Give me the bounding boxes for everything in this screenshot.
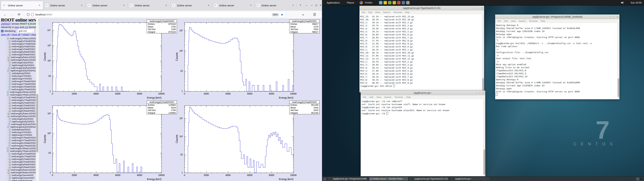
x-tick-label: 2000 — [200, 92, 212, 95]
tab-close-icon[interactable]: × — [249, 4, 252, 7]
taskbar-button[interactable]: >_npg@carme-gsi:~ — [450, 177, 490, 181]
page-info-icon[interactable] — [31, 13, 34, 16]
bookmark-star-icon[interactable]: ★ — [280, 13, 284, 16]
maximize-icon[interactable]: ▫ — [480, 92, 480, 94]
menu-help[interactable]: Help — [406, 96, 411, 98]
menu-search[interactable]: Search — [519, 20, 526, 22]
menu-edit[interactable]: Edit — [370, 96, 373, 98]
zoom-level-badge[interactable]: 90% — [272, 13, 279, 16]
menu-help[interactable]: Help — [540, 20, 545, 22]
histogram-canvas[interactable] — [53, 106, 162, 173]
terminal-window[interactable]: npg@carme-gsi:/TapeData/G22-201–▫×FileEd… — [360, 6, 484, 92]
workspace-1[interactable] — [636, 178, 639, 180]
list-all-tabs-icon[interactable]: ⌄ — [304, 3, 309, 8]
browser-tab[interactable]: Online server× — [86, 1, 128, 10]
histogram-canvas[interactable] — [185, 106, 294, 173]
plot-frame[interactable] — [184, 22, 294, 92]
workspace-switcher[interactable] — [636, 178, 643, 180]
terminal-titlebar[interactable]: npg@carme-gsi:/TapeData/G22-201–▫× — [360, 6, 484, 10]
back-button[interactable]: ← — [2, 12, 8, 17]
places-menu[interactable]: Places — [345, 0, 356, 5]
menu-help[interactable]: Help — [405, 11, 410, 14]
tab-close-icon[interactable]: × — [38, 4, 41, 7]
menu-view[interactable]: View — [375, 11, 380, 14]
volume-icon[interactable] — [621, 1, 624, 4]
x-tick-label: 10000 — [156, 92, 167, 95]
plot-frame[interactable] — [184, 106, 294, 173]
tray-icon-6[interactable] — [402, 1, 405, 4]
terminal-titlebar[interactable]: npg@carme-gsi:~/Programs/CARME_Sort/buil… — [495, 14, 619, 19]
menu-file[interactable]: File — [362, 11, 365, 14]
tab-close-icon[interactable]: × — [122, 4, 126, 7]
tray-icon-5[interactable] — [397, 1, 400, 4]
tab-close-icon[interactable]: × — [80, 4, 84, 7]
stats-value: 1553 — [314, 28, 318, 31]
taskbar-button[interactable]: >_npg@carme-gsi:/TapeData/G22-201 — [410, 177, 449, 181]
applications-menu[interactable]: Applications — [325, 0, 342, 5]
tab-close-icon[interactable]: × — [207, 4, 210, 7]
firefox-menu[interactable]: Firefox — [363, 0, 374, 5]
tray-icon-4[interactable] — [392, 1, 396, 4]
tab-close-icon[interactable]: × — [164, 4, 168, 7]
histogram-canvas[interactable] — [53, 22, 162, 91]
tray-icon-1[interactable] — [379, 1, 382, 4]
terminal-prompt-line — [496, 93, 619, 96]
forward-button[interactable]: → — [10, 12, 15, 17]
taskbar-button[interactable]: Online server — Mozilla Firefox — [369, 177, 408, 181]
plot-frame[interactable] — [52, 106, 162, 173]
close-icon[interactable]: × — [617, 16, 618, 18]
tray-icon-7[interactable] — [406, 1, 410, 4]
menu-file[interactable]: File — [363, 96, 366, 98]
tray-icon-3[interactable] — [388, 1, 392, 4]
close-icon[interactable]: × — [481, 7, 483, 9]
terminal-line: R52_8: 27.5% -- replaced with R52_8.gz — [360, 39, 484, 42]
workspace-2[interactable] — [640, 178, 643, 180]
maximize-icon[interactable]: ▫ — [478, 7, 479, 9]
menu-search[interactable]: Search — [384, 96, 392, 98]
browser-tab[interactable]: Online server× — [43, 1, 85, 10]
plot-frame[interactable] — [52, 22, 162, 92]
firefox-icon[interactable] — [360, 1, 363, 4]
menu-terminal[interactable]: Terminal — [529, 20, 538, 22]
close-icon[interactable]: × — [482, 92, 484, 94]
tray-icon-2[interactable] — [384, 1, 387, 4]
terminal-window[interactable]: npg@carme-gsi:~–▫×FileEditViewSearchTerm… — [360, 90, 485, 176]
terminal-scrollbar[interactable] — [483, 99, 485, 176]
reload-button[interactable]: ⟳ — [16, 12, 22, 17]
x-tick-label: 0 — [178, 174, 190, 176]
terminal-window[interactable]: npg@carme-gsi:~/Programs/CARME_Sort/buil… — [495, 14, 620, 100]
browser-tab[interactable]: Online server× — [254, 1, 296, 10]
browser-tab[interactable]: Online server× — [212, 1, 254, 10]
url-bar[interactable]: localhost:8085 90% ★ — [25, 12, 285, 18]
menu-terminal[interactable]: Terminal — [394, 96, 403, 98]
minimize-icon[interactable]: – — [610, 16, 611, 18]
browser-tab[interactable]: Online server× — [170, 1, 212, 10]
menu-search[interactable]: Search — [383, 11, 390, 14]
browser-tab[interactable]: Online server× — [1, 1, 43, 10]
menu-file[interactable]: File — [497, 20, 501, 22]
shield-icon[interactable] — [27, 13, 30, 16]
overflow-chevrons-button[interactable]: » — [300, 12, 306, 17]
histogram-canvas[interactable] — [185, 22, 294, 91]
menu-edit[interactable]: Edit — [504, 20, 508, 22]
menu-terminal[interactable]: Terminal — [393, 11, 402, 14]
stats-label: Entries — [290, 23, 297, 26]
menu-edit[interactable]: Edit — [368, 11, 372, 14]
menu-view[interactable]: View — [376, 96, 381, 98]
hamburger-menu-button[interactable]: ☰ — [312, 12, 317, 17]
terminal-scrollbar-thumb[interactable] — [618, 78, 619, 97]
minimize-icon[interactable]: – — [475, 7, 476, 9]
browser-tab[interactable]: Online server× — [128, 1, 170, 10]
clock[interactable]: Sun 20:56 — [630, 0, 642, 5]
minimize-icon[interactable]: – — [476, 92, 477, 94]
maximize-icon[interactable]: ▫ — [614, 16, 614, 18]
terminal-scrollbar-thumb[interactable] — [484, 150, 485, 175]
new-tab-button[interactable]: + — [298, 3, 303, 8]
terminal-scrollbar[interactable] — [482, 14, 484, 92]
tab-close-icon[interactable]: × — [291, 4, 295, 7]
menu-view[interactable]: View — [511, 20, 516, 22]
terminal-scrollbar[interactable] — [617, 23, 619, 99]
terminal-titlebar[interactable]: npg@carme-gsi:~–▫× — [361, 91, 485, 95]
show-desktop-button[interactable] — [323, 177, 326, 181]
taskbar-button[interactable]: >_npg@carme-gsi:~/Programs/CARME... — [328, 177, 368, 181]
